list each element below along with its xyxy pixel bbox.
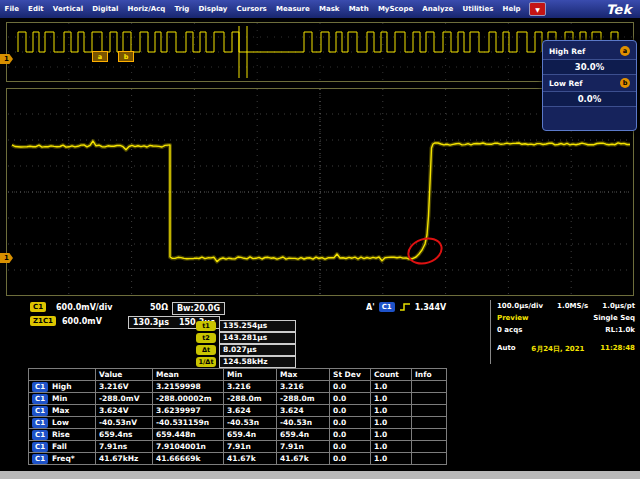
meas-value-cell: 0.0 — [330, 417, 371, 429]
meas-row-max[interactable]: C1Max3.624V3.62399973.6243.6240.01.0 — [29, 405, 447, 417]
menu-items: FileEditVerticalDigitalHoriz/AcqTrigDisp… — [0, 0, 525, 18]
trigger-readout: A' C1 1.344V — [366, 302, 446, 312]
menu-item-horiz-acq[interactable]: Horiz/Acq — [123, 0, 170, 18]
menu-item-utilities[interactable]: Utilities — [458, 0, 498, 18]
menu-item-help[interactable]: Help — [498, 0, 525, 18]
menu-item-file[interactable]: File — [0, 0, 24, 18]
cursor-readouts: t1135.254µst2143.281µsΔt8.027µs1/Δt124.5… — [196, 320, 306, 370]
measurement-name: High — [52, 382, 72, 391]
meas-value-cell — [412, 393, 447, 405]
preview-status: Preview — [497, 314, 529, 322]
meas-value-cell: 1.0 — [371, 441, 412, 453]
meas-header-min: Min — [224, 369, 277, 381]
meas-row-rise[interactable]: C1Rise659.4ns659.448n659.4n659.4n0.01.0 — [29, 429, 447, 441]
meas-value-cell: -40.531159n — [153, 417, 224, 429]
menu-item-mask[interactable]: Mask — [314, 0, 344, 18]
meas-header-info: Info — [412, 369, 447, 381]
menu-item-cursors[interactable]: Cursors — [232, 0, 271, 18]
horizontal-scale: 100.0µs/div — [497, 302, 543, 310]
meas-value-cell: 3.216 — [224, 381, 277, 393]
meas-value-cell: 1.0 — [371, 429, 412, 441]
meas-value-cell: 0.0 — [330, 429, 371, 441]
horizontal-panel: 100.0µs/div 1.0MS/s 1.0µs/pt Preview Sin… — [490, 300, 640, 364]
meas-value-cell: 41.67k — [277, 453, 330, 465]
low-ref-label: Low Ref — [549, 79, 583, 88]
menu-item-display[interactable]: Display — [194, 0, 232, 18]
menu-item-myscope[interactable]: MyScope — [373, 0, 417, 18]
meas-label-cell: C1Freq* — [29, 453, 96, 465]
meas-value-cell: -288.0mV — [96, 393, 153, 405]
meas-row-low[interactable]: C1Low-40.53nV-40.531159n-40.53n-40.53n0.… — [29, 417, 447, 429]
meas-value-cell: 41.66669k — [153, 453, 224, 465]
menu-item-math[interactable]: Math — [344, 0, 373, 18]
meas-value-cell: 1.0 — [371, 381, 412, 393]
cursor-label-badge: 1/Δt — [196, 357, 216, 367]
channel-badge: C1 — [32, 430, 48, 440]
zoom1-badge[interactable]: Z1C1 — [30, 316, 56, 326]
meas-value-cell: 0.0 — [330, 405, 371, 417]
cursor-a-flag[interactable]: a — [92, 51, 108, 62]
meas-row-high[interactable]: C1High3.216V3.21599983.2163.2160.01.0 — [29, 381, 447, 393]
cursor-readout-row: t1135.254µs — [196, 320, 296, 332]
record-length: RL:1.0k — [605, 326, 635, 334]
zoom1-scale: 600.0mV — [62, 317, 102, 326]
cursor-value: 8.027µs — [219, 344, 296, 356]
channel1-bandwidth: Bw:20.0G — [172, 302, 225, 315]
meas-value-cell: 1.0 — [371, 417, 412, 429]
trigger-source-label: A' — [366, 303, 375, 312]
rising-edge-icon — [399, 302, 411, 312]
menu-dropdown-button[interactable]: ▼ — [529, 2, 546, 16]
meas-value-cell: 0.0 — [330, 453, 371, 465]
zoom1-window-start: 130.3µs — [133, 317, 169, 328]
menu-item-trig[interactable]: Trig — [170, 0, 194, 18]
meas-label-cell: C1Min — [29, 393, 96, 405]
menu-item-analyze[interactable]: Analyze — [418, 0, 458, 18]
channel1-badge[interactable]: C1 — [30, 302, 46, 312]
date-label: 6月24日, 2021 — [531, 344, 584, 354]
meas-label-cell: C1Max — [29, 405, 96, 417]
tek-logo: Tek — [606, 2, 640, 17]
meas-value-cell: -40.53n — [224, 417, 277, 429]
cursor-value: 124.58kHz — [219, 356, 296, 368]
meas-value-cell — [412, 417, 447, 429]
high-ref-label: High Ref — [549, 47, 585, 56]
high-ref-row: High Ref a — [543, 44, 636, 58]
meas-header-value: Value — [96, 369, 153, 381]
meas-value-cell: 3.2159998 — [153, 381, 224, 393]
channel-badge: C1 — [32, 454, 48, 464]
main-graticule[interactable] — [6, 88, 634, 296]
meas-value-cell — [412, 429, 447, 441]
resolution: 1.0µs/pt — [602, 302, 635, 310]
low-ref-value[interactable]: 0.0% — [543, 91, 636, 107]
menu-item-edit[interactable]: Edit — [24, 0, 49, 18]
menu-item-digital[interactable]: Digital — [88, 0, 123, 18]
meas-row-min[interactable]: C1Min-288.0mV-288.00002m-288.0m-288.0m0.… — [29, 393, 447, 405]
measurement-name: Rise — [52, 430, 70, 439]
channel-badge: C1 — [32, 406, 48, 416]
waveform-trace-overview — [18, 32, 632, 52]
time-label: 11:28:48 — [600, 344, 635, 354]
meas-value-cell: 7.91n — [277, 441, 330, 453]
menu-item-measure[interactable]: Measure — [271, 0, 314, 18]
meas-value-cell: 659.4ns — [96, 429, 153, 441]
meas-label-cell: C1High — [29, 381, 96, 393]
meas-row-freq[interactable]: C1Freq*41.67kHz41.66669k41.67k41.67k0.01… — [29, 453, 447, 465]
meas-value-cell: 659.4n — [224, 429, 277, 441]
high-ref-value[interactable]: 30.0% — [543, 59, 636, 75]
channel1-impedance: 50Ω — [150, 303, 168, 312]
measurement-name: Low — [52, 418, 69, 427]
meas-value-cell: -288.0m — [277, 393, 330, 405]
meas-label-cell: C1Low — [29, 417, 96, 429]
acquisition-mode: Single Seq — [593, 314, 635, 322]
cursor-readout-row: Δt8.027µs — [196, 344, 296, 356]
meas-value-cell: 659.448n — [153, 429, 224, 441]
meas-value-cell — [412, 441, 447, 453]
menu-item-vertical[interactable]: Vertical — [48, 0, 87, 18]
channel-badge: C1 — [32, 442, 48, 452]
meas-value-cell: 3.6239997 — [153, 405, 224, 417]
meas-header-max: Max — [277, 369, 330, 381]
cursor-b-flag[interactable]: b — [118, 51, 134, 62]
channel-badge: C1 — [32, 382, 48, 392]
low-ref-badge-icon: b — [620, 78, 630, 88]
meas-row-fall[interactable]: C1Fall7.91ns7.9104001n7.91n7.91n0.01.0 — [29, 441, 447, 453]
